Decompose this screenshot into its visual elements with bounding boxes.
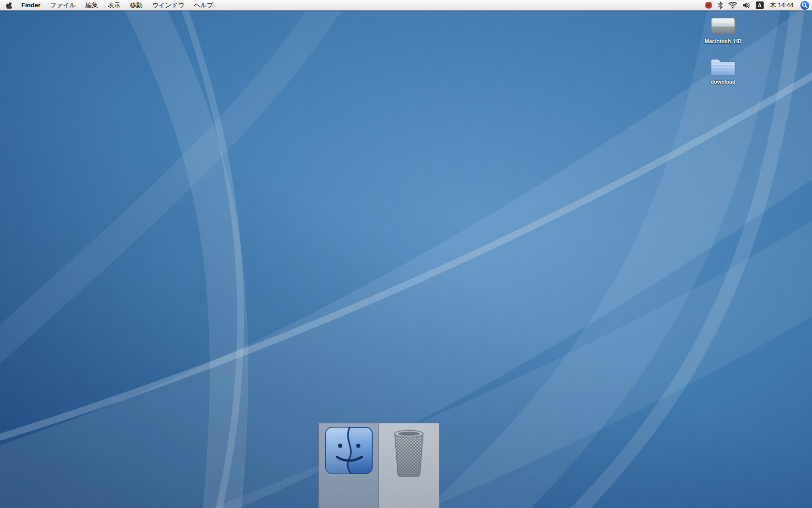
spotlight-icon[interactable] [800,0,810,10]
desktop-icon-download[interactable]: download [699,56,747,85]
menu-help[interactable]: ヘルプ [194,1,213,10]
desktop-icon-macintosh-hd[interactable]: Macintosh_HD [699,15,747,45]
menu-go[interactable]: 移動 [130,1,143,10]
desktop-icon-label: Macintosh_HD [705,38,741,45]
folder-icon [710,56,737,77]
menu-window[interactable]: ウインドウ [152,1,185,10]
input-method-icon[interactable]: A [756,1,764,9]
menu-bar-left: Finder ファイル 編集 表示 移動 ウインドウ ヘルプ [0,0,213,10]
volume-icon[interactable] [742,2,751,9]
dock-item-trash[interactable] [379,423,439,508]
dock-item-finder[interactable] [319,423,379,508]
menu-extra-icon[interactable] [705,2,712,9]
finder-icon [325,423,373,508]
trash-icon [387,423,431,508]
hard-drive-icon [709,15,737,37]
airport-wifi-icon[interactable] [728,2,737,9]
menu-clock[interactable]: 木 14:44 [770,1,794,10]
apple-menu[interactable] [6,1,13,9]
menu-bar: Finder ファイル 編集 表示 移動 ウインドウ ヘルプ [0,0,812,11]
app-menu-finder[interactable]: Finder [21,1,41,9]
menu-bar-right: A 木 14:44 [705,0,812,10]
menu-edit[interactable]: 編集 [86,1,98,10]
menu-view[interactable]: 表示 [108,1,120,10]
menu-file[interactable]: ファイル [50,1,76,10]
dock [319,423,439,508]
bluetooth-icon[interactable] [717,1,723,9]
apple-logo-icon [6,1,13,9]
desktop-icon-label: download [710,79,735,85]
